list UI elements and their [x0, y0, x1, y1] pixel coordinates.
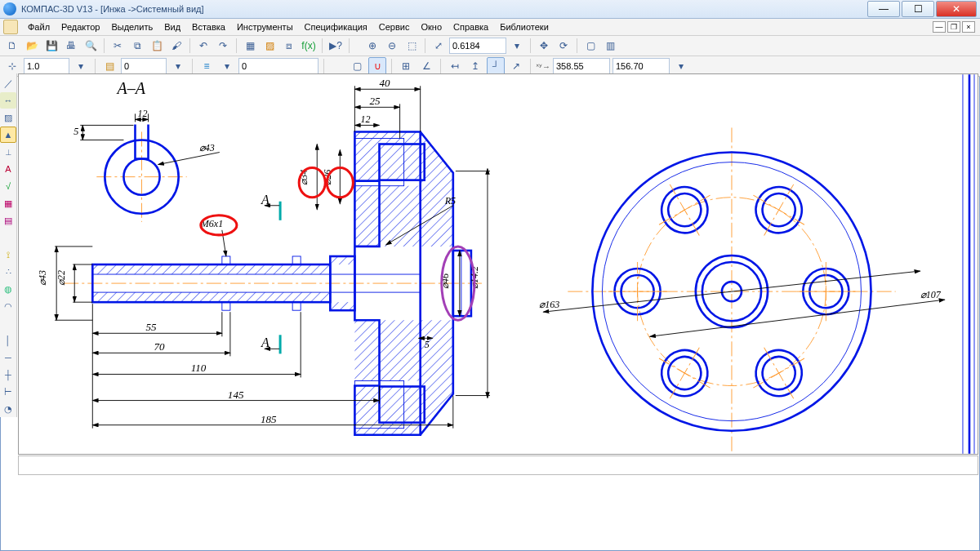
menu-select[interactable]: Выделить: [106, 20, 158, 33]
drawing-canvas[interactable]: 12 5 ⌀43 А–А: [18, 73, 978, 455]
menu-view[interactable]: Вид: [159, 20, 185, 33]
cut-button[interactable]: ✂: [109, 37, 127, 55]
vline-icon[interactable]: │: [0, 332, 16, 349]
dim-r5: R5: [444, 195, 456, 207]
layer-drop-icon[interactable]: ▾: [169, 57, 187, 75]
ortholine-icon[interactable]: ┼: [0, 367, 16, 383]
undo-button[interactable]: ↶: [194, 37, 212, 55]
point-icon[interactable]: ∴: [0, 264, 16, 280]
axis-icon[interactable]: ⊹: [3, 57, 21, 75]
arc-icon[interactable]: ◠: [0, 298, 16, 314]
rough-icon[interactable]: √: [0, 178, 16, 194]
layer-icon[interactable]: ▤: [100, 57, 118, 75]
ortho-left-icon[interactable]: ↤: [446, 57, 464, 75]
zoom-out-button[interactable]: ⊖: [383, 37, 401, 55]
coord-y-input[interactable]: [612, 58, 670, 74]
menu-window[interactable]: Окно: [416, 20, 447, 33]
maximize-button[interactable]: ☐: [902, 1, 934, 17]
layer-input[interactable]: [121, 58, 167, 74]
menu-help[interactable]: Справка: [448, 20, 493, 33]
svg-line-99: [659, 195, 710, 224]
linestyle-drop-icon[interactable]: ▾: [218, 57, 236, 75]
sector-icon[interactable]: ◔: [0, 401, 16, 417]
doc-icon[interactable]: [3, 20, 18, 34]
snap-magnet-icon[interactable]: ∪: [368, 57, 386, 75]
print-button[interactable]: 🖶: [62, 37, 80, 55]
geom-line-icon[interactable]: ／: [0, 75, 16, 91]
preview-button[interactable]: 🔍: [82, 37, 100, 55]
open-button[interactable]: 📂: [23, 37, 41, 55]
fit-button[interactable]: ⤢: [430, 37, 448, 55]
dim-110: 110: [191, 362, 207, 374]
close-button[interactable]: ✕: [936, 1, 977, 17]
zoom-input[interactable]: [449, 38, 506, 54]
menu-file[interactable]: Файл: [23, 20, 55, 33]
svg-rect-35: [354, 186, 420, 247]
dim-5b: 5: [425, 339, 430, 350]
svg-rect-24: [292, 302, 301, 310]
minimize-button[interactable]: —: [867, 1, 900, 17]
svg-line-103: [753, 195, 804, 224]
child-close-button[interactable]: ×: [962, 21, 975, 33]
svg-rect-37: [354, 386, 420, 435]
constraint-icon[interactable]: ⟂: [0, 144, 16, 160]
table-icon[interactable]: ▦: [0, 195, 16, 211]
angle-icon[interactable]: ∠: [417, 57, 435, 75]
coord-drop-icon[interactable]: ▾: [672, 57, 690, 75]
tree-button[interactable]: ⧈: [280, 37, 298, 55]
svg-line-91: [659, 358, 710, 388]
child-restore-button[interactable]: ❐: [947, 21, 960, 33]
dim-185: 185: [261, 413, 277, 425]
hline-icon[interactable]: ─: [0, 349, 16, 366]
local-cs-icon[interactable]: ↗: [507, 57, 525, 75]
rotate-button[interactable]: ⟳: [555, 37, 572, 55]
brush-button[interactable]: 🖌: [167, 37, 185, 55]
fill-button[interactable]: ▨: [261, 37, 278, 55]
grid-icon[interactable]: ⊞: [397, 57, 415, 75]
save-button[interactable]: 💾: [42, 37, 60, 55]
redo-button[interactable]: ↷: [214, 37, 232, 55]
scale-input[interactable]: [24, 58, 69, 74]
tool-palette: ／ ↔ ▨ ▲ ⟂ A √ ▦ ▤ ⟟ ∴ ◍ ◠ │ ─ ┼ ⊢ ◔: [0, 73, 17, 417]
edit-icon[interactable]: ▲: [0, 127, 16, 143]
zoom-window-button[interactable]: ⬚: [403, 37, 421, 55]
linestyle-input[interactable]: [238, 58, 318, 74]
zoom-in-button[interactable]: ⊕: [363, 37, 381, 55]
hatch-icon[interactable]: ▨: [0, 109, 16, 126]
command-bar[interactable]: [18, 455, 978, 475]
coord-prefix: ˣʸ→: [536, 62, 550, 71]
linestyle-icon[interactable]: ≡: [198, 57, 216, 75]
child-minimize-button[interactable]: —: [933, 21, 946, 33]
vars-button[interactable]: f(x): [300, 37, 318, 55]
dim-phi163: ⌀163: [539, 299, 559, 310]
menu-edit[interactable]: Редактор: [56, 20, 105, 33]
spec-icon[interactable]: ▤: [0, 212, 16, 229]
help-context-button[interactable]: ▶?: [327, 37, 345, 55]
measure-icon[interactable]: ⟟: [0, 247, 16, 263]
paste-button[interactable]: 📋: [148, 37, 166, 55]
scale-drop-icon[interactable]: ▾: [72, 57, 90, 75]
axisline-icon[interactable]: ⊢: [0, 384, 16, 400]
menu-tools[interactable]: Инструменты: [232, 20, 298, 33]
dim-25: 25: [369, 95, 381, 107]
menu-bar: Файл Редактор Выделить Вид Вставка Инстр…: [0, 19, 980, 36]
views-button[interactable]: ▢: [581, 37, 599, 55]
text-icon[interactable]: A: [0, 161, 16, 177]
toolbar-main: 🗋 📂 💾 🖶 🔍 ✂ ⧉ 📋 🖌 ↶ ↷ ▦ ▨ ⧈ f(x) ▶? ⊕ ⊖ …: [0, 36, 980, 56]
states-button[interactable]: ▥: [601, 37, 619, 55]
zoom-drop-icon[interactable]: ▾: [508, 37, 526, 55]
dimension-icon[interactable]: ↔: [0, 92, 16, 109]
menu-service[interactable]: Сервис: [374, 20, 415, 33]
globe-icon[interactable]: ◍: [0, 281, 16, 297]
menu-insert[interactable]: Вставка: [187, 20, 230, 33]
menu-spec[interactable]: Спецификация: [300, 20, 372, 33]
ortho-both-icon[interactable]: ┘: [487, 57, 505, 75]
coord-x-input[interactable]: [553, 58, 610, 74]
pan-button[interactable]: ✥: [535, 37, 553, 55]
ortho-up-icon[interactable]: ↥: [466, 57, 484, 75]
snap-toggle[interactable]: ▢: [348, 57, 366, 75]
menu-libs[interactable]: Библиотеки: [495, 20, 554, 33]
new-button[interactable]: 🗋: [3, 37, 21, 55]
copy-button[interactable]: ⧉: [128, 37, 146, 55]
manager-button[interactable]: ▦: [241, 37, 259, 55]
